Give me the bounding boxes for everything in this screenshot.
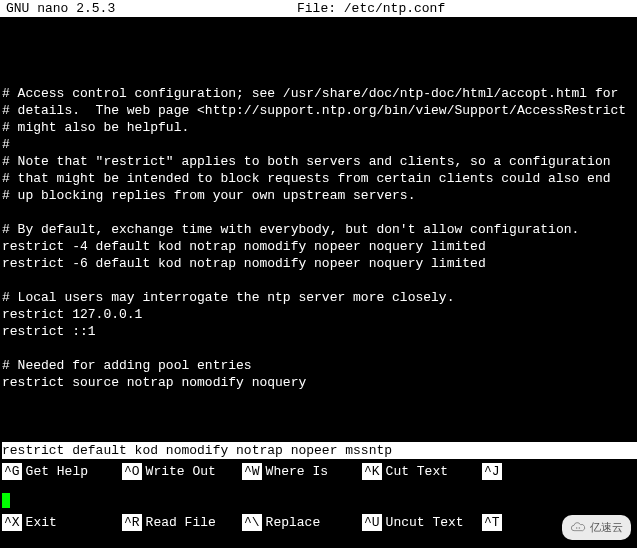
shortcut-item[interactable]: ^XExit (2, 514, 122, 531)
shortcut-key: ^X (2, 514, 22, 531)
text-line: restrict source notrap nomodify noquery (2, 374, 637, 391)
shortcut-item[interactable]: ^J (482, 463, 602, 480)
shortcut-key: ^K (362, 463, 382, 480)
text-line: # (2, 136, 637, 153)
text-line: # up blocking replies from your own upst… (2, 187, 637, 204)
text-line (2, 272, 637, 289)
text-line: restrict 127.0.0.1 (2, 306, 637, 323)
text-line: # Needed for adding pool entries (2, 357, 637, 374)
watermark-badge: 亿速云 (562, 515, 631, 540)
shortcut-key: ^J (482, 463, 502, 480)
shortcut-key: ^U (362, 514, 382, 531)
shortcut-item[interactable]: ^UUncut Text (362, 514, 482, 531)
text-line (2, 51, 637, 68)
editor-titlebar: GNU nano 2.5.3 File: /etc/ntp.conf (0, 0, 637, 17)
shortcut-item[interactable]: ^OWrite Out (122, 463, 242, 480)
shortcut-item[interactable]: ^RRead File (122, 514, 242, 531)
text-line (2, 204, 637, 221)
shortcut-key: ^T (482, 514, 502, 531)
text-line (2, 68, 637, 85)
shortcut-label: Where Is (262, 463, 328, 480)
shortcut-item[interactable]: ^GGet Help (2, 463, 122, 480)
text-line: # details. The web page <http://support.… (2, 102, 637, 119)
watermark-text: 亿速云 (590, 519, 623, 536)
text-line (2, 340, 637, 357)
shortcut-label: Exit (22, 514, 57, 531)
text-line: # that might be intended to block reques… (2, 170, 637, 187)
shortcut-label: Uncut Text (382, 514, 464, 531)
file-path: File: /etc/ntp.conf (297, 0, 455, 17)
shortcut-label: Write Out (142, 463, 216, 480)
shortcut-key: ^O (122, 463, 142, 480)
text-line: restrict -6 default kod notrap nomodify … (2, 255, 637, 272)
text-line: # Access control configuration; see /usr… (2, 85, 637, 102)
shortcut-label (502, 463, 506, 480)
text-line: # By default, exchange time with everybo… (2, 221, 637, 238)
text-line: restrict -4 default kod notrap nomodify … (2, 238, 637, 255)
text-line: # Local users may interrogate the ntp se… (2, 289, 637, 306)
svg-point-1 (579, 527, 581, 529)
shortcut-label: Replace (262, 514, 321, 531)
svg-point-0 (576, 527, 578, 529)
app-name: GNU nano 2.5.3 (0, 0, 115, 17)
text-line: restrict ::1 (2, 323, 637, 340)
shortcut-item[interactable]: ^WWhere Is (242, 463, 362, 480)
shortcut-key: ^W (242, 463, 262, 480)
shortcut-item[interactable]: ^KCut Text (362, 463, 482, 480)
shortcut-key: ^R (122, 514, 142, 531)
shortcut-key: ^\ (242, 514, 262, 531)
shortcut-label: Get Help (22, 463, 88, 480)
shortcut-bar: ^GGet Help^OWrite Out^WWhere Is^KCut Tex… (0, 429, 637, 548)
cloud-icon (570, 522, 586, 534)
shortcut-label: Cut Text (382, 463, 448, 480)
shortcut-label: Read File (142, 514, 216, 531)
text-line (2, 391, 637, 408)
shortcut-label (502, 514, 506, 531)
text-line: # might also be helpful. (2, 119, 637, 136)
text-line: # Note that "restrict" applies to both s… (2, 153, 637, 170)
shortcut-key: ^G (2, 463, 22, 480)
shortcut-item[interactable]: ^\Replace (242, 514, 362, 531)
